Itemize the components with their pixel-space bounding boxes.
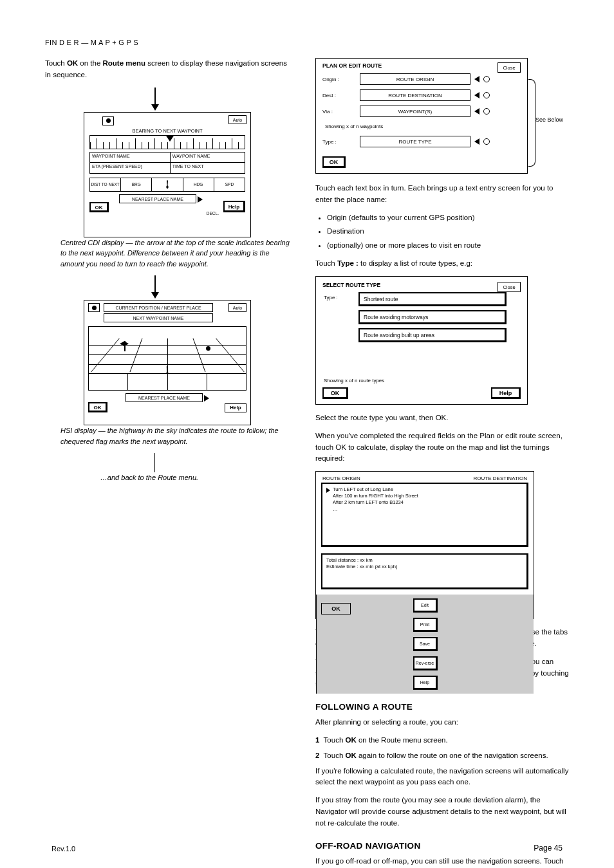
ok-button[interactable]: OK (89, 202, 109, 212)
arrow-right-icon[interactable] (204, 395, 209, 402)
heading-following: FOLLOWING A ROUTE (315, 702, 569, 712)
list-item: (optionally) one or more places to visit… (327, 240, 569, 252)
rtsel-instruction: Select the route type you want, then OK. (315, 412, 569, 424)
tab-save[interactable]: Save (413, 637, 438, 651)
ok-label: OK (67, 59, 78, 67)
radio-icon[interactable] (483, 108, 490, 115)
cdi-info-table: WAYPOINT NAME WAYPOINT NAME ETA (PRESENT… (89, 152, 245, 174)
route-type-panel: SELECT ROUTE TYPE Close Type : Shortest … (315, 276, 528, 405)
radio-icon[interactable] (483, 138, 490, 145)
route-type-option[interactable]: Route avoiding built up areas (358, 328, 507, 342)
offroad-para: If you go off-road or off-map, you can s… (315, 856, 569, 868)
cursor-icon (152, 178, 183, 191)
route-type-input[interactable]: ROUTE TYPE (360, 136, 470, 147)
cdi-bearing-label: BEARING TO NEXT WAYPOINT (88, 128, 247, 134)
left-column: Touch OK on the Route menu screen to dis… (45, 58, 290, 868)
turn-list-panel: ROUTE ORIGIN ROUTE DESTINATION Turn LEFT… (315, 471, 534, 619)
bracket-label: See Below (535, 116, 563, 123)
origin-input[interactable]: ROUTE ORIGIN (360, 73, 470, 85)
flag-icon (120, 341, 130, 351)
ok-button[interactable]: OK (322, 156, 346, 168)
route-origin-row: Origin : ROUTE ORIGIN (322, 73, 521, 85)
page: FIN D E R — M A P + G P S Touch OK on th… (0, 0, 614, 868)
cdi-mode-button[interactable]: Auto (228, 115, 247, 124)
list-item: Destination (327, 226, 569, 237)
route-dest-row: Dest : ROUTE DESTINATION (322, 89, 521, 101)
flow-arrow-2 (45, 275, 290, 300)
rtsel-title: SELECT ROUTE TYPE (322, 282, 521, 288)
route-type-option[interactable]: Shortest route (358, 292, 507, 306)
hsi-panel: CURRENT POSITION / NEAREST PLACE NEXT WA… (84, 300, 251, 425)
tab-help[interactable]: Help (413, 676, 438, 690)
nearest-place-box[interactable]: NEAREST PLACE NAME (119, 194, 196, 203)
route-type-option[interactable]: Route avoiding motorways (358, 310, 507, 324)
rtsel-count-note: Showing x of n route types (324, 378, 384, 383)
radio-icon[interactable] (483, 92, 490, 98)
radio-icon[interactable] (483, 76, 490, 82)
dest-input[interactable]: ROUTE DESTINATION (360, 89, 470, 101)
hsi-title: CURRENT POSITION / NEAREST PLACE (104, 303, 213, 312)
record-icon[interactable] (88, 303, 100, 312)
cdi-readout-strip: DIST TO NEXT BRG HDG SPD (89, 178, 245, 192)
hsi-mode-button[interactable]: Auto (228, 303, 247, 312)
chevron-left-icon[interactable] (474, 76, 479, 82)
route-title: PLAN OR EDIT ROUTE (322, 62, 521, 69)
route-menu-panel: PLAN OR EDIT ROUTE Close Origin : ROUTE … (315, 58, 528, 174)
cdi-caption: Centred CDI display — the arrow at the t… (45, 237, 290, 270)
chevron-left-icon[interactable] (474, 92, 479, 98)
rtsel-type-label: Type : (324, 295, 338, 300)
hsi-caption: HSI display — the highway in the sky ind… (45, 425, 290, 447)
follow-p2: If you stray from the route (you may see… (315, 795, 569, 829)
follow-p1: If you're following a calculated route, … (315, 766, 569, 789)
tab-print[interactable]: Print (413, 618, 438, 632)
follow-step-2: 2 Touch OK again to follow the route on … (315, 750, 569, 762)
chevron-left-icon[interactable] (474, 108, 479, 115)
turn-list-header: ROUTE ORIGIN ROUTE DESTINATION (321, 476, 528, 483)
right-column: PLAN OR EDIT ROUTE Close Origin : ROUTE … (315, 58, 569, 868)
via-input[interactable]: WAYPOINT(S) (360, 106, 470, 117)
help-button[interactable]: Help (225, 403, 247, 412)
page-revision: Rev.1.0 (51, 845, 75, 853)
left-intro: Touch OK on the Route menu screen to dis… (45, 58, 290, 81)
cdi-panel: Auto BEARING TO NEXT WAYPOINT WAYPO (84, 112, 251, 237)
columns: Touch OK on the Route menu screen to dis… (45, 58, 569, 868)
list-item: Origin (defaults to your current GPS pos… (327, 212, 569, 224)
close-button[interactable]: Close (498, 62, 521, 73)
help-button[interactable]: Help (491, 387, 521, 399)
tab-reverse[interactable]: Rev-erse (413, 656, 438, 670)
turn-summary-box: Total distance : xx km Estimate time : x… (321, 553, 528, 589)
heading-offroad: OFF-ROAD NAVIGATION (315, 841, 569, 851)
route-type-row: Type : ROUTE TYPE (322, 136, 521, 147)
ok-button[interactable]: OK (322, 387, 348, 399)
flow-arrow-1 (45, 88, 290, 112)
route-via-row: Via : WAYPOINT(S) (322, 106, 521, 117)
triangle-right-icon (326, 488, 330, 493)
route-type-instruction: Touch Type : to display a list of route … (315, 258, 569, 270)
nearest-place-box[interactable]: NEAREST PLACE NAME (126, 393, 203, 402)
route-count-note: Showing x of n waypoints (325, 124, 521, 129)
turn-list-box[interactable]: Turn LEFT out of Long Lane After 100 m t… (321, 483, 528, 547)
close-button[interactable]: Close (498, 282, 521, 292)
route-instruction: Touch each text box in turn. Each brings… (315, 183, 569, 206)
help-button[interactable]: Help (223, 201, 245, 212)
bracket-icon (528, 79, 537, 167)
follow-intro: After planning or selecting a route, you… (315, 717, 569, 728)
record-icon[interactable] (102, 116, 114, 125)
chevron-left-icon[interactable] (474, 138, 479, 145)
ok-button[interactable]: OK (88, 402, 107, 412)
route-calc-instruction: When you've completed the required field… (315, 430, 569, 465)
page-header: FIN D E R — M A P + G P S (45, 39, 569, 46)
cdi-scale (89, 135, 245, 149)
declination-label: DECL. (207, 211, 219, 216)
ok-button[interactable]: OK (321, 603, 351, 614)
hsi-subtitle: NEXT WAYPOINT NAME (104, 313, 213, 322)
arrow-right-icon[interactable] (198, 196, 203, 203)
follow-step-1: 1 Touch OK on the Route menu screen. (315, 735, 569, 746)
loop-caption: …and back to the Route menu. (71, 472, 212, 483)
tab-edit[interactable]: Edit (413, 598, 438, 613)
hsi-scene (88, 326, 247, 391)
route-field-list: Origin (defaults to your current GPS pos… (315, 212, 569, 252)
page-number: Page 45 (534, 844, 563, 853)
